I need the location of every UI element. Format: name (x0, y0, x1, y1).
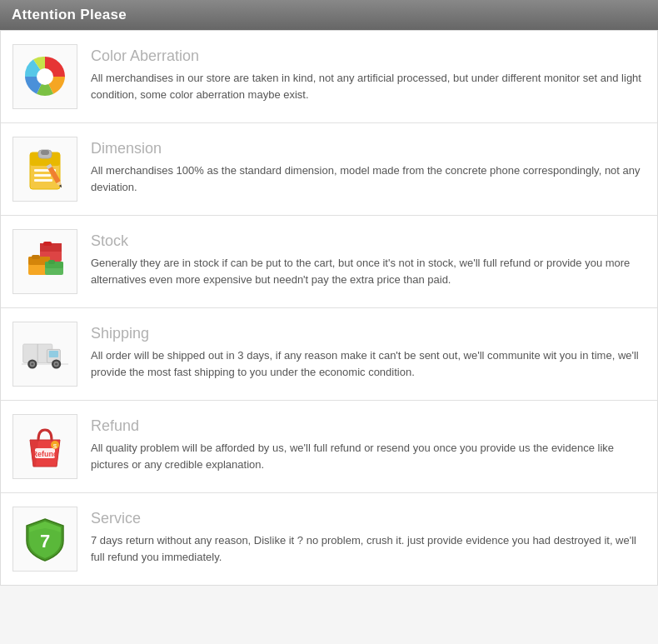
dimension-icon (12, 137, 77, 202)
dimension-content: Dimension All merchandises 100% as the s… (91, 137, 646, 196)
page-header: Attention Please (0, 0, 658, 30)
stock-title: Stock (91, 232, 646, 250)
svg-rect-9 (41, 150, 49, 155)
color-aberration-title: Color Aberration (91, 47, 646, 65)
svg-point-30 (31, 362, 33, 365)
svg-text:7: 7 (40, 531, 50, 552)
shipping-desc: All order will be shipped out in 3 days,… (91, 347, 646, 381)
service-desc: 7 days return without any reason, Dislik… (91, 532, 646, 566)
refund-title: Refund (91, 417, 646, 435)
svg-rect-20 (32, 255, 40, 259)
shipping-icon (12, 322, 77, 387)
shipping-title: Shipping (91, 325, 646, 342)
list-item: Shipping All order will be shipped out i… (1, 308, 657, 401)
stock-content: Stock Generally they are in stock if can… (91, 229, 646, 288)
refund-content: Refund All quality problem will be affor… (91, 414, 646, 473)
dimension-desc: All merchandises 100% as the standard di… (91, 162, 646, 196)
color-aberration-icon (12, 44, 77, 109)
shipping-content: Shipping All order will be shipped out i… (91, 322, 646, 381)
svg-text:$: $ (53, 442, 57, 450)
svg-rect-7 (34, 179, 52, 182)
service-title: Service (91, 510, 646, 527)
items-container: Color Aberration All merchandises in our… (0, 30, 658, 586)
list-item: Dimension All merchandises 100% as the s… (1, 123, 657, 216)
svg-text:Refund: Refund (32, 450, 58, 458)
svg-point-33 (55, 362, 57, 365)
refund-desc: All quality problem will be afforded by … (91, 440, 646, 473)
svg-point-1 (37, 69, 52, 84)
list-item: 7 Service 7 days return without any reas… (1, 493, 657, 585)
color-aberration-content: Color Aberration All merchandises in our… (91, 44, 646, 103)
color-aberration-desc: All merchandises in our store are taken … (91, 70, 646, 103)
svg-rect-6 (34, 174, 51, 177)
stock-desc: Generally they are in stock if can be pu… (91, 255, 646, 288)
svg-rect-23 (48, 260, 55, 264)
service-icon: 7 (12, 507, 77, 572)
list-item: Stock Generally they are in stock if can… (1, 216, 657, 308)
page-title: Attention Please (12, 7, 127, 22)
list-item: Color Aberration All merchandises in our… (1, 31, 657, 123)
list-item: Refund $ Refund All quality problem will… (1, 401, 657, 493)
svg-rect-17 (43, 242, 52, 246)
refund-icon: Refund $ (12, 414, 77, 479)
stock-icon (12, 229, 77, 294)
dimension-title: Dimension (91, 140, 646, 157)
svg-rect-26 (49, 351, 58, 357)
service-content: Service 7 days return without any reason… (91, 507, 646, 566)
